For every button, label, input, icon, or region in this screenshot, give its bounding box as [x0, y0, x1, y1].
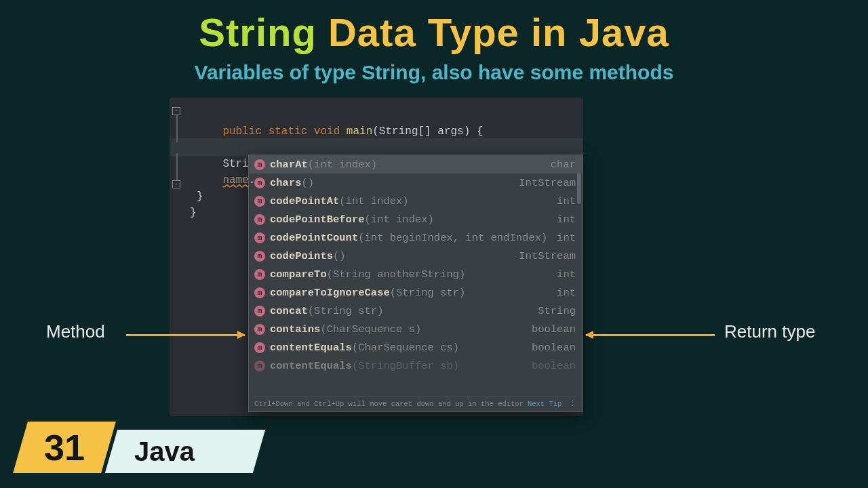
autocomplete-item[interactable]: mcompareToIgnoreCase(String str)int — [249, 283, 583, 302]
code-line-3: name. — [197, 172, 576, 188]
method-icon: m — [254, 269, 265, 280]
fold-gutter: - - — [172, 113, 182, 194]
method-icon: m — [254, 232, 265, 243]
arrow-return-type — [586, 334, 715, 336]
method-icon: m — [254, 214, 265, 225]
method-return-type: int — [557, 195, 576, 207]
language-badge: Java — [105, 430, 265, 473]
autocomplete-item[interactable]: mcontentEquals(StringBuffer sb)boolean — [249, 357, 583, 375]
label-return-type: Return type — [724, 321, 815, 342]
method-params: (StringBuffer sb) — [352, 360, 459, 372]
autocomplete-item[interactable]: mcodePointBefore(int index)int — [249, 210, 583, 228]
method-params: (int index) — [365, 214, 434, 226]
method-name: contains — [270, 323, 320, 336]
method-icon: m — [254, 196, 265, 207]
method-icon: m — [254, 251, 265, 262]
autocomplete-item[interactable]: mconcat(String str)String — [249, 302, 583, 320]
slide-title: String Data Type in Java — [0, 9, 868, 55]
title-highlight: String — [199, 10, 317, 54]
method-name: codePointBefore — [270, 214, 365, 226]
method-name: codePoints — [270, 250, 333, 262]
method-icon: m — [254, 361, 265, 371]
method-params: (int index) — [339, 195, 408, 207]
method-return-type: int — [557, 268, 576, 281]
popup-hint-text: Ctrl+Down and Ctrl+Up will move caret do… — [254, 400, 524, 408]
method-return-type: char — [551, 159, 576, 171]
method-return-type: String — [538, 305, 576, 317]
popup-more-icon[interactable]: ⋮ — [569, 399, 577, 408]
method-icon: m — [254, 287, 265, 298]
popup-hint-bar: Ctrl+Down and Ctrl+Up will move caret do… — [254, 396, 577, 411]
method-name: compareToIgnoreCase — [270, 287, 390, 299]
autocomplete-popup[interactable]: mcharAt(int index)charmchars()IntStreamm… — [248, 155, 583, 412]
language-name: Java — [111, 430, 259, 473]
autocomplete-item[interactable]: mcontentEquals(CharSequence cs)boolean — [249, 338, 583, 357]
method-return-type: int — [557, 232, 576, 244]
method-params: (CharSequence s) — [320, 323, 421, 336]
method-return-type: IntStream — [519, 250, 576, 262]
method-name: codePointCount — [270, 232, 358, 244]
method-params: () — [333, 250, 346, 262]
method-params: (CharSequence cs) — [352, 342, 459, 354]
lesson-number-badge: 31 — [13, 422, 116, 473]
autocomplete-item[interactable]: mcodePointAt(int index)int — [249, 192, 583, 210]
method-icon: m — [254, 159, 265, 170]
lesson-number: 31 — [20, 422, 108, 473]
method-icon: m — [254, 324, 265, 335]
method-params: (int index) — [308, 159, 377, 171]
method-params: (String str) — [390, 287, 466, 299]
method-return-type: int — [557, 214, 576, 226]
method-name: charAt — [270, 159, 308, 171]
autocomplete-item[interactable]: mcharAt(int index)char — [249, 155, 583, 174]
method-return-type: boolean — [532, 342, 576, 354]
method-name: compareTo — [270, 268, 327, 281]
method-params: (int beginIndex, int endIndex) — [358, 232, 547, 244]
method-params: (String anotherString) — [327, 268, 466, 281]
method-name: contentEquals — [270, 342, 352, 354]
method-name: codePointAt — [270, 195, 339, 207]
method-name: concat — [270, 305, 308, 317]
method-return-type: int — [557, 287, 576, 299]
title-rest: Data Type in Java — [317, 10, 669, 54]
arrow-method — [126, 334, 245, 336]
method-icon: m — [254, 342, 265, 353]
popup-hint-link[interactable]: Next Tip — [528, 400, 561, 408]
slide-subtitle: Variables of type String, also have some… — [0, 61, 868, 84]
autocomplete-item[interactable]: mcontains(CharSequence s)boolean — [249, 320, 583, 338]
method-return-type: boolean — [532, 360, 576, 372]
method-name: contentEquals — [270, 360, 352, 372]
method-icon: m — [254, 306, 265, 317]
label-method: Method — [46, 321, 105, 342]
current-line-highlight — [170, 138, 583, 156]
autocomplete-item[interactable]: mcodePointCount(int beginIndex, int endI… — [249, 228, 583, 247]
autocomplete-item[interactable]: mcompareTo(String anotherString)int — [249, 265, 583, 283]
autocomplete-item[interactable]: mcodePoints()IntStream — [249, 247, 583, 265]
method-return-type: boolean — [532, 323, 576, 336]
method-params: (String str) — [308, 305, 384, 317]
